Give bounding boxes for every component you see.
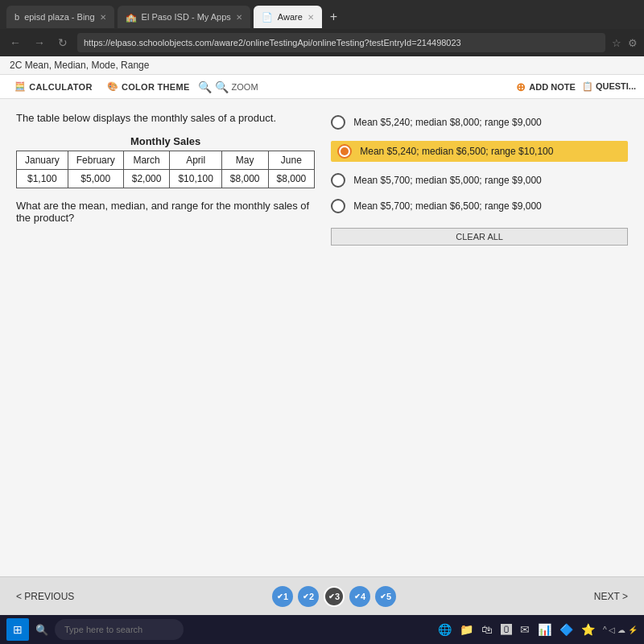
taskbar-edge-icon[interactable]: 🌐	[438, 623, 452, 636]
q-dot-5[interactable]: ✔ 5	[375, 586, 396, 607]
taskbar-office-icon[interactable]: 🅾	[501, 623, 512, 636]
answer-choice-d[interactable]: Mean $5,700; median $6,500; range $9,000	[331, 199, 628, 213]
taskbar-app7-icon[interactable]: 📊	[538, 623, 551, 636]
tab-aware[interactable]: 📄 Aware ✕	[254, 6, 322, 28]
answer-choice-a[interactable]: Mean $5,240; median $8,000; range $9,000	[331, 115, 628, 130]
taskbar-right: 🌐 📁 🛍 🅾 ✉ 📊 🔷 ⭐ ^ ◁ ☁ ⚡	[438, 623, 638, 636]
answer-text-b: Mean $5,240; median $6,500; range $10,10…	[360, 146, 553, 157]
search-icon: 🔍	[35, 624, 48, 636]
taskbar-mail-icon[interactable]: ✉	[520, 623, 530, 636]
tab-bar: b episd plaza - Bing ✕ 🏫 El Paso ISD - M…	[0, 0, 644, 29]
radio-b[interactable]	[337, 144, 352, 159]
radio-c[interactable]	[331, 173, 345, 188]
bottom-navigation: < PREVIOUS ✔ 1 1 ✔ 2 ✔ 3 ✔ 4	[0, 576, 644, 615]
taskbar-store-icon[interactable]: 🛍	[481, 623, 493, 636]
monthly-sales-table: January February March April May June $1…	[16, 151, 315, 188]
sub-question-text: What are the mean, median, and range for…	[16, 200, 315, 224]
page-content: 2C Mean, Median, Mode, Range 🧮 CALCULATO…	[0, 56, 644, 615]
taskbar-app9-icon[interactable]: ⭐	[581, 623, 595, 636]
start-button[interactable]: ⊞	[6, 618, 29, 641]
add-note-button[interactable]: ⊕ ADD NOTE	[516, 80, 575, 93]
answer-text-d: Mean $5,700; median $6,500; range $9,000	[353, 200, 542, 212]
q-dot-1[interactable]: ✔ 1 1	[272, 586, 293, 607]
add-note-label: ADD NOTE	[529, 82, 575, 92]
add-note-icon: ⊕	[516, 80, 526, 93]
page-title: 2C Mean, Median, Mode, Range	[10, 60, 149, 71]
zoom-controls: 🔍 🔍 ZOOM	[198, 80, 258, 93]
val-june: $8,000	[268, 170, 315, 188]
col-june: June	[268, 151, 315, 170]
q-dot-3[interactable]: ✔ 3	[324, 586, 345, 607]
answers-column: Mean $5,240; median $8,000; range $9,000…	[315, 112, 628, 564]
val-april: $10,100	[170, 170, 221, 188]
toolbar: 🧮 CALCULATOR 🎨 COLOR THEME 🔍 🔍 ZOOM ⊕ AD…	[0, 75, 644, 99]
answer-text-a: Mean $5,240; median $8,000; range $9,000	[353, 117, 542, 128]
refresh-button[interactable]: ↻	[55, 35, 71, 51]
toolbar-right: ⊕ ADD NOTE 📋 QUESTI...	[516, 80, 636, 93]
radio-d[interactable]	[331, 199, 345, 213]
previous-button[interactable]: < PREVIOUS	[16, 591, 74, 602]
answer-choice-c[interactable]: Mean $5,700; median $5,000; range $9,000	[331, 173, 628, 188]
next-button[interactable]: NEXT >	[594, 591, 628, 602]
question-dots: ✔ 1 1 ✔ 2 ✔ 3 ✔ 4 ✔ 5	[272, 586, 396, 607]
taskbar-files-icon[interactable]: 📁	[460, 623, 473, 636]
calculator-icon: 🧮	[14, 81, 26, 92]
val-may: $8,000	[221, 170, 268, 188]
tab-bing-close[interactable]: ✕	[100, 13, 106, 22]
clear-all-button[interactable]: CLEAR ALL	[331, 228, 628, 246]
col-may: May	[221, 151, 268, 170]
zoom-in-icon[interactable]: 🔍	[215, 80, 229, 93]
bookmark-icon[interactable]: ☆	[612, 37, 621, 49]
main-content: The table below displays the monthly sal…	[0, 99, 644, 576]
tab-myapps-icon: 🏫	[126, 12, 137, 23]
address-bar: ← → ↻ ☆ ⚙	[0, 29, 644, 56]
calculator-label: CALCULATOR	[29, 82, 92, 92]
new-tab-button[interactable]: +	[325, 10, 342, 24]
radio-a[interactable]	[331, 115, 345, 130]
answer-text-c: Mean $5,700; median $5,000; range $9,000	[353, 175, 542, 186]
questions-button[interactable]: 📋 QUESTI...	[582, 81, 636, 92]
tab-bing[interactable]: b episd plaza - Bing ✕	[6, 6, 114, 28]
tab-aware-close[interactable]: ✕	[308, 13, 314, 22]
back-button[interactable]: ←	[6, 35, 24, 51]
tab-myapps-close[interactable]: ✕	[236, 13, 242, 22]
answer-choice-b[interactable]: Mean $5,240; median $6,500; range $10,10…	[331, 141, 628, 162]
check-3: ✔	[328, 592, 335, 601]
col-april: April	[170, 151, 221, 170]
val-january: $1,100	[17, 170, 68, 188]
browser-icons: ☆ ⚙	[612, 37, 638, 49]
q-dot-4[interactable]: ✔ 4	[349, 586, 370, 607]
val-march: $2,000	[123, 170, 170, 188]
settings-icon[interactable]: ⚙	[628, 37, 638, 49]
taskbar-search-input[interactable]	[55, 619, 184, 640]
browser-window: b episd plaza - Bing ✕ 🏫 El Paso ISD - M…	[0, 0, 644, 644]
tab-myapps[interactable]: 🏫 El Paso ISD - My Apps ✕	[118, 6, 250, 28]
questions-label: QUESTI...	[596, 81, 636, 91]
check-5: ✔	[380, 592, 386, 601]
color-theme-button[interactable]: 🎨 COLOR THEME	[101, 78, 196, 95]
calculator-button[interactable]: 🧮 CALCULATOR	[8, 78, 99, 95]
taskbar-app8-icon[interactable]: 🔷	[559, 623, 573, 636]
check-4: ✔	[354, 592, 361, 601]
tab-bing-icon: b	[14, 12, 19, 22]
col-february: February	[68, 151, 123, 170]
color-theme-icon: 🎨	[107, 81, 118, 92]
col-january: January	[17, 151, 68, 170]
questions-icon: 📋	[582, 81, 593, 91]
zoom-label: ZOOM	[232, 82, 258, 92]
page-title-bar: 2C Mean, Median, Mode, Range	[0, 56, 644, 75]
zoom-out-icon[interactable]: 🔍	[198, 80, 212, 93]
table-header-row: January February March April May June	[17, 151, 315, 170]
q-dot-2[interactable]: ✔ 2	[298, 586, 319, 607]
tab-aware-label: Aware	[278, 12, 303, 22]
system-icons: ^ ◁ ☁ ⚡	[603, 625, 638, 634]
tab-myapps-label: El Paso ISD - My Apps	[142, 12, 231, 22]
forward-button[interactable]: →	[31, 35, 48, 51]
address-input[interactable]	[77, 33, 605, 52]
table-container: Monthly Sales January February March Apr…	[16, 135, 315, 188]
table-title: Monthly Sales	[16, 135, 315, 147]
taskbar: ⊞ 🔍 🌐 📁 🛍 🅾 ✉ 📊 🔷 ⭐ ^ ◁ ☁ ⚡	[0, 615, 644, 644]
windows-icon: ⊞	[13, 623, 23, 636]
val-february: $5,000	[68, 170, 123, 188]
tab-bing-label: episd plaza - Bing	[24, 12, 94, 22]
